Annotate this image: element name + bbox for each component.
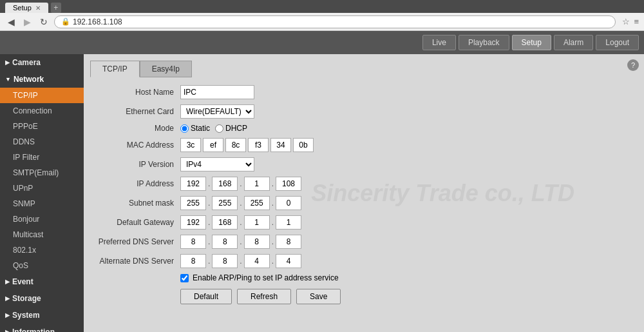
gw-oct3[interactable]	[244, 215, 270, 229]
save-button[interactable]: Save	[296, 289, 341, 304]
ip-address-row: IP Address . . .	[90, 177, 638, 191]
pdns-oct1[interactable]	[180, 235, 206, 249]
mode-static-radio[interactable]	[180, 124, 189, 133]
gw-oct2[interactable]	[212, 215, 238, 229]
live-button[interactable]: Live	[422, 35, 456, 50]
host-name-input[interactable]	[180, 85, 254, 99]
sidebar-label-information: Information	[12, 327, 55, 332]
sidebar-section-system[interactable]: ▶ System	[0, 307, 84, 324]
alternate-dns-row: Alternate DNS Server . . .	[90, 254, 638, 268]
sidebar-label-system: System	[12, 311, 40, 320]
sidebar-section-camera[interactable]: ▶ Camera	[0, 54, 84, 71]
ip-oct4[interactable]	[276, 177, 301, 191]
preferred-dns-label: Preferred DNS Server	[90, 237, 180, 246]
sidebar-item-8021x[interactable]: 802.1x	[0, 242, 84, 258]
logout-button[interactable]: Logout	[596, 35, 639, 50]
mode-static-label: Static	[180, 124, 210, 133]
sidebar-item-multicast[interactable]: Multicast	[0, 227, 84, 242]
mac-address-control	[180, 138, 314, 152]
pdns-dot2: .	[240, 237, 242, 246]
tab-easy4ip[interactable]: Easy4Ip	[140, 61, 192, 77]
gw-oct1[interactable]	[180, 215, 206, 229]
ip-dot1: .	[208, 179, 210, 188]
ip-version-select[interactable]: IPv4 IPv6	[180, 157, 254, 171]
sidebar-item-qos[interactable]: QoS	[0, 258, 84, 273]
subnet-oct2[interactable]	[212, 196, 238, 210]
refresh-button[interactable]: ↻	[37, 15, 50, 28]
host-name-label: Host Name	[90, 88, 180, 97]
adns-oct2[interactable]	[212, 254, 238, 268]
browser-tab[interactable]: Setup ✕	[5, 3, 48, 13]
tab-title: Setup	[13, 4, 32, 12]
app-wrapper: Live Playback Setup Alarm Logout ▶ Camer…	[0, 31, 644, 332]
ethernet-card-control: Wire(DEFAULT)	[180, 104, 254, 119]
pdns-oct2[interactable]	[212, 235, 238, 249]
adns-oct3[interactable]	[244, 254, 270, 268]
tab-close-icon[interactable]: ✕	[35, 5, 41, 12]
sidebar-section-storage[interactable]: ▶ Storage	[0, 290, 84, 307]
sidebar-label-storage: Storage	[12, 294, 41, 303]
setup-button[interactable]: Setup	[512, 35, 551, 50]
adns-oct4[interactable]	[276, 254, 301, 268]
ethernet-card-select[interactable]: Wire(DEFAULT)	[180, 104, 254, 119]
mode-static-text: Static	[191, 124, 210, 133]
mode-label: Mode	[90, 124, 180, 133]
subnet-oct1[interactable]	[180, 196, 206, 210]
ip-oct2[interactable]	[212, 177, 238, 191]
system-arrow-icon: ▶	[5, 312, 10, 318]
pdns-dot3: .	[272, 237, 274, 246]
ip-version-row: IP Version IPv4 IPv6	[90, 157, 638, 171]
sidebar-item-upnp[interactable]: UPnP	[0, 181, 84, 196]
sidebar-item-bonjour[interactable]: Bonjour	[0, 211, 84, 227]
host-name-control	[180, 85, 254, 99]
sidebar-item-smtp[interactable]: SMTP(Email)	[0, 165, 84, 181]
browser-nav: ◀ ▶ ↻ 🔒 192.168.1.108 ☆ ≡	[0, 13, 644, 31]
ethernet-card-label: Ethernet Card	[90, 107, 180, 116]
adns-oct1[interactable]	[180, 254, 206, 268]
sidebar-item-ipfilter[interactable]: IP Filter	[0, 150, 84, 165]
forward-button[interactable]: ▶	[21, 15, 33, 28]
mode-row: Mode Static DHCP	[90, 124, 638, 133]
subnet-oct3[interactable]	[244, 196, 270, 210]
refresh-button[interactable]: Refresh	[237, 289, 291, 304]
alarm-button[interactable]: Alarm	[554, 35, 593, 50]
ip-dot3: .	[272, 179, 274, 188]
ip-version-control: IPv4 IPv6	[180, 157, 254, 171]
gw-oct4[interactable]	[276, 215, 301, 229]
gw-dot3: .	[272, 218, 274, 227]
adns-dot2: .	[240, 257, 242, 266]
mac-input-3	[225, 138, 246, 152]
sidebar-item-connection[interactable]: Connection	[0, 103, 84, 119]
address-bar[interactable]: 🔒 192.168.1.108	[54, 15, 616, 28]
back-button[interactable]: ◀	[5, 15, 17, 28]
pdns-oct4[interactable]	[276, 235, 301, 249]
sidebar-section-event[interactable]: ▶ Event	[0, 273, 84, 290]
browser-tab-bar: Setup ✕ +	[0, 0, 644, 13]
menu-icon[interactable]: ≡	[634, 17, 639, 26]
sidebar-item-ddns[interactable]: DDNS	[0, 134, 84, 150]
mode-dhcp-radio[interactable]	[215, 124, 223, 133]
arp-ping-checkbox[interactable]	[180, 274, 189, 282]
sidebar-item-tcpip[interactable]: TCP/IP	[0, 88, 84, 103]
ip-oct1[interactable]	[180, 177, 206, 191]
subnet-oct4[interactable]	[276, 196, 301, 210]
star-icon[interactable]: ☆	[622, 17, 630, 26]
new-tab-button[interactable]: +	[51, 3, 61, 13]
mode-dhcp-label: DHCP	[215, 124, 247, 133]
ip-oct3[interactable]	[244, 177, 270, 191]
pdns-oct3[interactable]	[244, 235, 270, 249]
host-name-row: Host Name	[90, 85, 638, 99]
mac-input-4	[248, 138, 269, 152]
help-icon[interactable]: ?	[627, 59, 639, 71]
default-gateway-label: Default Gateway	[90, 218, 180, 227]
sidebar-label-network: Network	[14, 75, 44, 84]
playback-button[interactable]: Playback	[459, 35, 509, 50]
sidebar-section-information[interactable]: ▶ Information	[0, 324, 84, 332]
sidebar-item-snmp[interactable]: SNMP	[0, 196, 84, 211]
sidebar-section-network[interactable]: ▼ Network	[0, 71, 84, 88]
mode-dhcp-text: DHCP	[225, 124, 247, 133]
default-button[interactable]: Default	[180, 289, 232, 304]
tab-tcpip[interactable]: TCP/IP	[90, 61, 140, 77]
adns-dot3: .	[272, 257, 274, 266]
sidebar-item-pppoe[interactable]: PPPoE	[0, 119, 84, 134]
